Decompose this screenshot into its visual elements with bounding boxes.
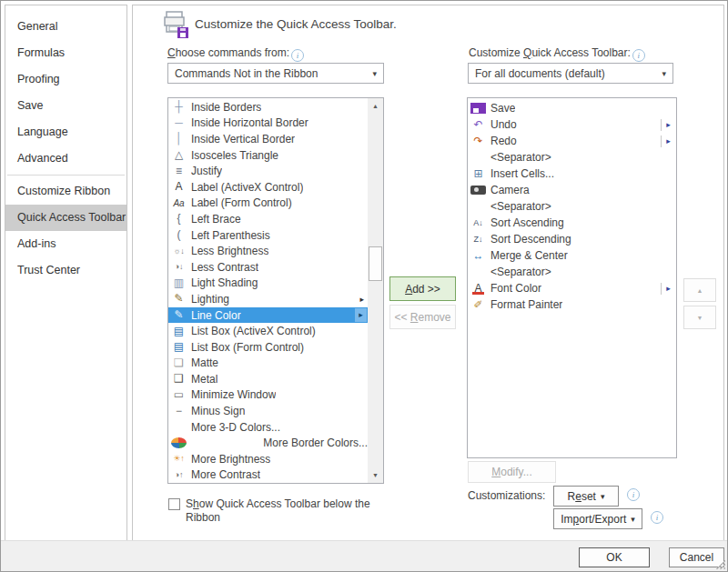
list-item[interactable]: More Border Colors... — [168, 435, 368, 451]
list-item[interactable]: ✎Line Color▸ — [168, 307, 368, 324]
add-button[interactable]: Add >> — [389, 276, 456, 301]
up-arrow-icon: ▲ — [697, 287, 703, 294]
sidebar-item-formulas[interactable]: Formulas — [5, 40, 126, 66]
import-export-button[interactable]: Import/Export▾ — [553, 508, 642, 529]
list-item[interactable]: ◑↓Less Contrast — [168, 259, 368, 276]
down-arrow-icon: ▼ — [697, 315, 703, 321]
reset-button[interactable]: Reset▾ — [553, 486, 619, 507]
list-item[interactable]: ☀↑More Brightness — [168, 451, 368, 467]
item-label: List Box (ActiveX Control) — [191, 325, 316, 337]
list-item[interactable]: ✐Format Painter — [468, 296, 676, 313]
remove-button[interactable]: << Remove — [389, 305, 456, 329]
more-contrast-icon: ◑↑ — [171, 469, 187, 481]
show-qat-below-ribbon-checkbox[interactable]: Show Quick Access Toolbar below the Ribb… — [168, 497, 378, 525]
separator-item[interactable]: <Separator> — [468, 264, 676, 280]
resize-grip[interactable] — [716, 560, 725, 569]
info-icon[interactable]: i — [291, 49, 304, 62]
insert-cells-icon: ⊞ — [470, 168, 486, 180]
flyout-arrow-icon: ▸ — [661, 119, 675, 131]
list-item[interactable]: △Isosceles Triangle — [168, 147, 368, 164]
list-item[interactable]: ↶Undo▸ — [468, 116, 676, 133]
modify-button-label: Modify... — [491, 466, 531, 478]
list-item[interactable]: Save — [468, 100, 676, 116]
list-item[interactable]: More 3-D Colors... — [168, 419, 368, 436]
item-label: Sort Descending — [490, 233, 571, 246]
item-label: Matte — [191, 356, 218, 369]
sidebar-item-customize-ribbon[interactable]: Customize Ribbon — [5, 178, 126, 205]
move-down-button[interactable]: ▼ — [683, 306, 716, 329]
sidebar-item-add-ins[interactable]: Add-ins — [5, 231, 126, 257]
list-item[interactable]: ┼Inside Borders — [168, 99, 368, 115]
list-item[interactable]: ALabel (ActiveX Control) — [168, 179, 368, 196]
list-item[interactable]: ▥Light Shading — [168, 276, 368, 292]
item-label: Font Color — [490, 282, 541, 295]
list-item[interactable]: ◑↑More Contrast — [168, 467, 368, 484]
lighting-icon: ✎ — [171, 293, 187, 305]
undo-icon: ↶ — [470, 119, 486, 131]
item-label: Justify — [191, 165, 222, 177]
item-label: More Brightness — [191, 453, 270, 466]
item-label: Camera — [490, 184, 530, 196]
sidebar-item-general[interactable]: General — [5, 14, 126, 40]
list-item[interactable]: AaLabel (Form Control) — [168, 196, 368, 212]
list-item[interactable]: ▤List Box (ActiveX Control) — [168, 323, 368, 339]
left-brace-icon: { — [171, 213, 187, 225]
sidebar-item-save[interactable]: Save — [5, 93, 126, 119]
ok-button[interactable]: OK — [579, 547, 650, 567]
sidebar-item-language[interactable]: Language — [5, 119, 126, 146]
scrollbar-thumb[interactable] — [369, 246, 382, 281]
scroll-up-icon[interactable]: ▲ — [368, 98, 383, 114]
sidebar-item-advanced[interactable]: Advanced — [5, 146, 126, 172]
item-label: Inside Borders — [191, 101, 261, 114]
light-shading-icon: ▥ — [171, 277, 187, 289]
list-item[interactable]: ↔Merge & Center — [468, 247, 676, 264]
list-item[interactable]: ❑Metal — [168, 371, 368, 387]
list-item[interactable]: −Minus Sign — [168, 403, 368, 419]
reset-button-label: Reset — [568, 490, 596, 503]
list-item[interactable]: ☼↓Less Brightness — [168, 243, 368, 259]
list-item[interactable]: ❏Matte — [168, 356, 368, 372]
list-item[interactable]: A↓Sort Ascending — [468, 215, 676, 231]
info-icon[interactable]: i — [632, 49, 645, 62]
sidebar-item-trust-center[interactable]: Trust Center — [5, 257, 126, 284]
item-label: Label (ActiveX Control) — [191, 181, 303, 194]
list-item[interactable]: AFont Color▸ — [468, 280, 676, 296]
metal-icon: ❑ — [171, 373, 187, 385]
list-item[interactable]: ▤List Box (Form Control) — [168, 339, 368, 356]
list-item[interactable]: ▭Minimize Window — [168, 387, 368, 404]
separator-item[interactable]: <Separator> — [468, 198, 676, 215]
redo-icon: ↷ — [470, 135, 486, 147]
item-label: Isosceles Triangle — [191, 149, 278, 162]
list-item[interactable]: ≡Justify — [168, 163, 368, 179]
item-label: Undo — [490, 118, 517, 131]
item-label: Redo — [490, 135, 517, 147]
scrollbar[interactable]: ▲ ▼ — [368, 98, 383, 483]
list-item[interactable]: │Inside Vertical Border — [168, 131, 368, 147]
list-item[interactable]: (Left Parenthesis — [168, 227, 368, 244]
list-item[interactable]: Camera — [468, 182, 676, 198]
modify-button[interactable]: Modify... — [468, 461, 556, 483]
item-label: Inside Horizontal Border — [191, 116, 308, 129]
list-item[interactable]: {Left Brace — [168, 211, 368, 227]
qat-commands-list: Save↶Undo▸↷Redo▸<Separator>⊞Insert Cells… — [467, 97, 677, 458]
customize-qat-dropdown[interactable]: For all documents (default)▾ — [468, 63, 673, 84]
list-item[interactable]: Z↓Sort Descending — [468, 231, 676, 247]
separator-item[interactable]: <Separator> — [468, 149, 676, 166]
info-icon[interactable]: i — [627, 488, 640, 501]
list-item[interactable]: ↷Redo▸ — [468, 133, 676, 149]
list-item[interactable]: ✎Lighting▸ — [168, 291, 368, 307]
choose-commands-dropdown[interactable]: Commands Not in the Ribbon▾ — [167, 63, 384, 84]
dialog-footer: OK Cancel — [1, 540, 727, 571]
item-label: Lighting — [191, 293, 229, 306]
checkbox-box[interactable] — [168, 498, 180, 510]
item-label: List Box (Form Control) — [191, 341, 304, 354]
info-icon[interactable]: i — [651, 511, 663, 524]
sidebar-item-quick-access-toolbar[interactable]: Quick Access Toolbar — [5, 205, 126, 231]
customizations-label: Customizations: — [468, 489, 545, 502]
list-item[interactable]: ⊞Insert Cells... — [468, 166, 676, 182]
triangle-icon: △ — [171, 149, 187, 161]
move-up-button[interactable]: ▲ — [683, 278, 716, 302]
scroll-down-icon[interactable]: ▼ — [368, 467, 383, 483]
sidebar-item-proofing[interactable]: Proofing — [5, 66, 126, 93]
list-item[interactable]: ─Inside Horizontal Border — [168, 115, 368, 132]
